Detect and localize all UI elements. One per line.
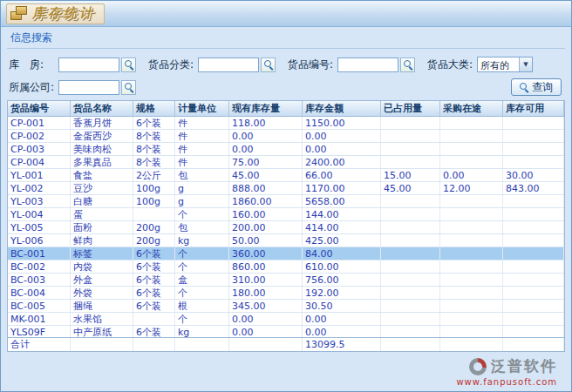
fanpu-logo-icon (469, 358, 487, 375)
table-row[interactable]: BC-002内袋6个装个860.00610.00 (8, 260, 564, 274)
table-cell: BC-001 (8, 247, 71, 260)
table-row[interactable]: CP-001香蕉月饼6个装件118.001150.00 (8, 117, 564, 130)
table-row[interactable]: YL-001食盐2公斤包45.0066.0015.000.0030.00 (8, 169, 564, 182)
table-cell: 1860.00 (229, 195, 303, 207)
company-input[interactable] (58, 80, 119, 95)
table-cell: BC-003 (8, 274, 71, 286)
item-no-input[interactable] (337, 57, 398, 72)
table-cell: YL-006 (8, 234, 71, 247)
table-cell: 8个装 (133, 143, 175, 155)
table-cell: kg (175, 234, 229, 247)
grid-body: CP-001香蕉月饼6个装件118.001150.00CP-002金蛋西沙8个装… (8, 117, 564, 337)
table-cell (381, 260, 440, 273)
column-header[interactable]: 库存金额 (303, 101, 381, 116)
table-cell (440, 156, 503, 168)
item-no-field-group: 货品编号: (288, 57, 415, 72)
total-row: 合计 13099.5 (8, 337, 564, 351)
column-header[interactable]: 采购在途 (440, 101, 503, 116)
table-cell (440, 195, 503, 207)
table-cell: CP-001 (8, 117, 71, 129)
column-header[interactable]: 规格 (133, 101, 175, 116)
table-cell: 个 (175, 313, 229, 325)
table-row[interactable]: YLS09F中产原纸6个装kg0.000.00 (8, 326, 564, 337)
table-cell: 白糖 (71, 195, 133, 207)
category-input[interactable] (198, 57, 259, 72)
inventory-box-icon (10, 6, 28, 21)
table-cell: 0.00 (229, 313, 303, 325)
table-cell: 蛋 (71, 208, 133, 220)
table-cell (503, 300, 564, 312)
major-class-select[interactable]: 所有的 ▼ (477, 57, 533, 72)
table-cell: YL-001 (8, 169, 71, 181)
table-cell: 食盐 (71, 169, 133, 181)
column-header[interactable]: 现有库存量 (229, 101, 303, 116)
table-cell: 2400.00 (303, 156, 381, 168)
table-row[interactable]: BC-003外盒6个装盒310.00756.00 (8, 274, 564, 287)
table-row[interactable]: BC-004外袋6个装个180.00192.00 (8, 287, 564, 300)
table-cell: BC-002 (8, 260, 71, 273)
table-row[interactable]: CP-003美味肉松8个装件0.000.00 (8, 143, 564, 156)
warehouse-lookup-button[interactable] (121, 57, 136, 72)
table-row[interactable]: CP-002金蛋西沙8个装件0.000.00 (8, 130, 564, 143)
category-lookup-button[interactable] (261, 57, 276, 72)
table-cell (133, 313, 175, 325)
table-row[interactable]: CP-004多果真品8个装件75.002400.00 (8, 156, 564, 169)
warehouse-label: 库 房: (9, 57, 58, 72)
table-row[interactable]: YL-006鲜肉200gkg50.00425.00 (8, 234, 564, 247)
table-cell: 香蕉月饼 (71, 117, 133, 129)
table-cell (503, 247, 564, 260)
warehouse-input[interactable] (58, 57, 119, 72)
table-cell: 美味肉松 (71, 143, 133, 155)
column-header[interactable]: 货品名称 (71, 101, 133, 116)
table-cell (381, 313, 440, 325)
table-row[interactable]: YL-005面粉200g包200.00414.00 (8, 221, 564, 234)
search-row-1: 库 房: 货品分类: 货品编号: 货品大类: 所有的 (9, 53, 563, 76)
item-no-lookup-button[interactable] (400, 57, 415, 72)
column-header[interactable]: 货品编号 (8, 101, 71, 116)
table-cell: 0.00 (303, 326, 381, 337)
table-cell: BC-004 (8, 287, 71, 299)
table-cell: 45.00 (381, 182, 440, 194)
table-cell: 200g (133, 234, 175, 247)
table-row[interactable]: MK-001水果馅个0.000.00 (8, 313, 564, 326)
table-cell (381, 234, 440, 247)
table-cell (440, 287, 503, 299)
table-row[interactable]: BC-001标签6个装个360.0084.00 (8, 247, 564, 260)
column-header[interactable]: 计量单位 (175, 101, 229, 116)
table-cell (503, 143, 564, 155)
table-row[interactable]: YL-004蛋个160.00144.00 (8, 208, 564, 221)
table-cell (381, 247, 440, 260)
table-cell: 外盒 (71, 274, 133, 286)
vendor-url: www.fanpusoft.com (456, 377, 557, 387)
table-cell: 1170.00 (303, 182, 381, 194)
table-row[interactable]: YL-003白糖100gg1860.005658.00 (8, 195, 564, 208)
table-cell: 盒 (175, 274, 229, 286)
table-cell: 水果馅 (71, 313, 133, 325)
table-cell: 内袋 (71, 260, 133, 273)
column-header[interactable]: 已占用量 (381, 101, 440, 116)
magnifier-icon (264, 60, 273, 69)
table-cell (503, 260, 564, 273)
column-header[interactable]: 库存可用 (503, 101, 564, 116)
table-row[interactable]: YL-002豆沙100gg888.001170.0045.0012.00843.… (8, 182, 564, 195)
footer: 泛普软件 www.fanpusoft.com (1, 352, 571, 391)
table-cell: 180.00 (229, 287, 303, 299)
table-cell (381, 326, 440, 337)
table-cell: 0.00 (229, 143, 303, 155)
table-cell (133, 208, 175, 220)
table-cell (381, 300, 440, 312)
table-row[interactable]: BC-005捆绳6个装根345.0030.50 (8, 300, 564, 313)
table-cell: 345.00 (229, 300, 303, 312)
table-cell (440, 247, 503, 260)
magnifier-icon (404, 60, 412, 69)
total-amount: 13099.5 (303, 338, 381, 351)
query-button[interactable]: 查询 (511, 78, 562, 96)
company-lookup-button[interactable] (121, 80, 136, 95)
magnifier-icon (125, 60, 133, 69)
inventory-grid: 货品编号货品名称规格计量单位现有库存量库存金额已占用量采购在途库存可用 CP-0… (7, 100, 565, 352)
table-cell: 0.00 (229, 130, 303, 142)
table-cell: 鲜肉 (71, 234, 133, 247)
table-cell (503, 130, 564, 142)
table-cell: g (175, 195, 229, 207)
search-section-title: 信息搜索 (7, 29, 565, 49)
